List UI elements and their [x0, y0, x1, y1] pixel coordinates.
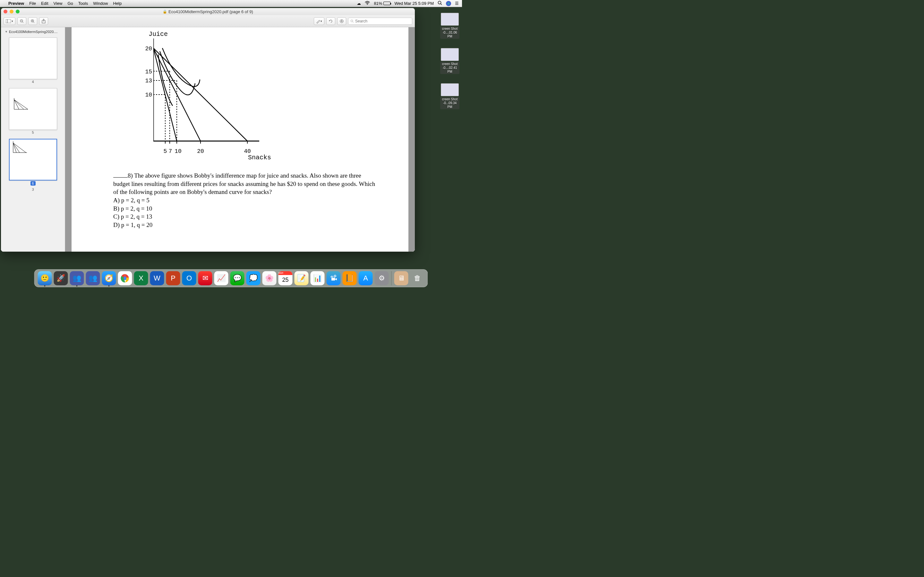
option-d: D) p = 1, q = 20: [113, 221, 152, 228]
dock-teams-2[interactable]: 👥: [86, 271, 100, 285]
menu-view[interactable]: View: [53, 1, 63, 6]
sidebar-view-button[interactable]: ▾: [3, 17, 15, 25]
search-input[interactable]: [355, 19, 410, 23]
xtick-40: 40: [244, 148, 251, 155]
option-a: A) p = 2, q = 5: [113, 197, 150, 203]
menu-go[interactable]: Go: [67, 1, 73, 6]
menu-tools[interactable]: Tools: [78, 1, 88, 6]
dock-calendar[interactable]: MAR 25: [278, 271, 292, 285]
dock-word[interactable]: W: [150, 271, 164, 285]
page-number-5: 5: [4, 131, 61, 134]
dock-notes[interactable]: 📝: [294, 271, 309, 285]
svg-point-15: [351, 19, 352, 21]
fullscreen-button[interactable]: [16, 10, 19, 13]
dock-numbers[interactable]: 📊: [310, 271, 325, 285]
xtick-5: 5: [164, 148, 167, 155]
dock-screenshare[interactable]: 🖥: [394, 271, 409, 285]
rotate-button[interactable]: [326, 17, 335, 25]
cloud-icon[interactable]: ☁︎: [357, 1, 361, 6]
svg-rect-3: [6, 19, 11, 23]
battery-status[interactable]: 81%: [374, 1, 391, 6]
siri-icon[interactable]: [446, 1, 451, 6]
svg-point-1: [438, 1, 441, 4]
highlight-button[interactable]: ▾: [314, 17, 325, 25]
svg-line-24: [13, 143, 16, 153]
chart-svg: [153, 39, 269, 147]
wifi-icon[interactable]: [365, 1, 370, 6]
lock-icon: 🔒: [163, 10, 167, 14]
dock-chat[interactable]: 💭: [246, 271, 260, 285]
xtick-20: 20: [197, 148, 204, 155]
page-viewer[interactable]: Juice: [65, 27, 415, 251]
dock-excel[interactable]: X: [134, 271, 148, 285]
dock-launchpad[interactable]: 🚀: [54, 271, 68, 285]
dock-finder[interactable]: 🙂: [38, 271, 52, 285]
svg-line-20: [14, 100, 24, 109]
dock-stocks[interactable]: 📈: [214, 271, 228, 285]
dock-photos[interactable]: 🌸: [262, 271, 276, 285]
page-thumbnail-5[interactable]: [9, 88, 57, 130]
menu-help[interactable]: Help: [113, 1, 121, 6]
dock-safari[interactable]: 🧭: [102, 271, 116, 285]
option-c: C) p = 2, q = 13: [113, 213, 152, 220]
dock-trash[interactable]: 🗑: [410, 271, 425, 285]
svg-line-16: [352, 21, 354, 23]
dock-messages[interactable]: 💬: [230, 271, 244, 285]
dock-outlook[interactable]: O: [182, 271, 196, 285]
svg-line-21: [14, 100, 28, 109]
question-text: The above figure shows Bobby's indiffere…: [113, 172, 375, 195]
share-button[interactable]: [39, 17, 48, 25]
thumbnail-sidebar[interactable]: ▼ Eco4100MidtermSpring2020.... 4 5 6 3: [1, 27, 65, 251]
dock-books[interactable]: 📙: [342, 271, 357, 285]
svg-line-19: [14, 100, 19, 109]
file-thumb-icon: [441, 48, 459, 61]
dock-settings[interactable]: ⚙︎: [375, 271, 389, 285]
notification-center-icon[interactable]: ☰: [455, 1, 459, 6]
xtick-10: 10: [174, 148, 182, 155]
preview-window: 🔒 Eco4100MidtermSpring2020.pdf (page 6 o…: [1, 8, 415, 251]
zoom-in-button[interactable]: [28, 17, 37, 25]
menu-edit[interactable]: Edit: [41, 1, 48, 6]
file-thumb-icon: [441, 13, 459, 26]
pdf-page: Juice: [71, 27, 409, 251]
dock-appstore[interactable]: A: [359, 271, 373, 285]
window-titlebar[interactable]: 🔒 Eco4100MidtermSpring2020.pdf (page 6 o…: [1, 8, 415, 15]
ytick-20: 20: [145, 45, 152, 52]
dock-chrome[interactable]: [118, 271, 132, 285]
svg-line-26: [13, 143, 26, 153]
app-name[interactable]: Preview: [8, 1, 24, 6]
dock: 🙂 🚀 👥 👥 🧭 X W P O ✉︎ 📈 💬 💭 🌸 MAR 25 📝 📊 …: [34, 269, 428, 287]
page-number-6: 6: [31, 181, 36, 185]
dock-keynote[interactable]: 📽: [326, 271, 341, 285]
search-icon: [351, 19, 354, 23]
menu-file[interactable]: File: [29, 1, 36, 6]
page-thumbnail-6[interactable]: [9, 139, 57, 181]
toolbar: ▾ ▾: [1, 15, 415, 27]
dock-mail[interactable]: ✉︎: [198, 271, 212, 285]
menubar: Preview File Edit View Go Tools Window H…: [0, 0, 462, 7]
svg-line-7: [23, 22, 23, 23]
dock-teams-1[interactable]: 👥: [70, 271, 84, 285]
file-thumb-icon: [441, 83, 459, 96]
menubar-datetime[interactable]: Wed Mar 25 5:09 PM: [394, 1, 434, 6]
page-thumbnail-4[interactable]: [9, 37, 57, 79]
svg-point-0: [367, 4, 368, 5]
dock-powerpoint[interactable]: P: [166, 271, 180, 285]
svg-line-25: [13, 143, 19, 153]
spotlight-icon[interactable]: [438, 1, 442, 6]
menu-window[interactable]: Window: [93, 1, 108, 6]
minimize-button[interactable]: [10, 10, 13, 13]
battery-percent: 81%: [374, 1, 382, 6]
question-block: 8) The above figure shows Bobby's indiff…: [113, 171, 376, 229]
ytick-13: 13: [145, 77, 152, 84]
ytick-15: 15: [145, 69, 152, 75]
desktop-screenshot-2[interactable]: creen Shot-0....02.41 PM: [440, 48, 459, 74]
close-button[interactable]: [3, 10, 7, 13]
search-field[interactable]: [348, 18, 412, 25]
desktop-screenshot-3[interactable]: creen Shot-0...09.34 PM: [440, 83, 459, 109]
zoom-out-button[interactable]: [17, 17, 26, 25]
disclosure-triangle-icon[interactable]: ▼: [5, 30, 8, 33]
desktop-screenshot-1[interactable]: creen Shot-0....01.06 PM: [440, 13, 459, 39]
sidebar-doc-title[interactable]: ▼ Eco4100MidtermSpring2020....: [4, 29, 61, 35]
markup-button[interactable]: [337, 17, 346, 25]
